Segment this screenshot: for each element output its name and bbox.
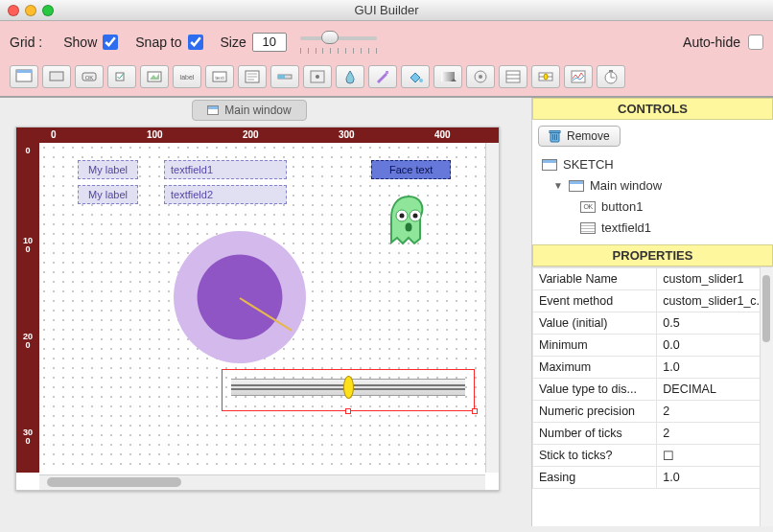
svg-text:OK: OK bbox=[85, 75, 94, 81]
textfield-icon bbox=[580, 222, 596, 234]
tool-palette: OK label text bbox=[10, 65, 763, 88]
ruler-tick: 100 bbox=[22, 237, 34, 254]
property-key: Event method bbox=[533, 290, 657, 312]
property-row[interactable]: Variable Namecustom_slider1 bbox=[533, 268, 773, 290]
tool-button-icon[interactable]: OK bbox=[75, 65, 104, 88]
grid-size-input[interactable]: 10 bbox=[252, 33, 287, 52]
properties-scrollbar[interactable] bbox=[760, 267, 773, 526]
canvas-label2[interactable]: My label bbox=[78, 185, 138, 204]
svg-point-39 bbox=[413, 214, 418, 219]
tool-fill-icon[interactable] bbox=[401, 65, 430, 88]
tool-gradient-icon[interactable] bbox=[433, 65, 462, 88]
controls-panel-title: CONTROLS bbox=[532, 98, 773, 120]
property-key: Value (initial) bbox=[533, 312, 657, 335]
grid-size-slider[interactable] bbox=[300, 27, 377, 58]
autohide-option: Auto-hide bbox=[683, 35, 763, 50]
ruler-vertical: 0 100 200 300 bbox=[16, 143, 39, 473]
ruler-horizontal: 0 100 200 300 400 bbox=[39, 127, 499, 143]
svg-rect-19 bbox=[386, 71, 388, 74]
grid-show-option: Show bbox=[63, 35, 118, 50]
tool-label-icon[interactable]: label bbox=[173, 65, 201, 88]
ruler-corner bbox=[16, 127, 39, 143]
properties-panel-title: PROPERTIES bbox=[532, 244, 773, 266]
remove-button-label: Remove bbox=[567, 129, 610, 143]
autohide-checkbox[interactable] bbox=[748, 35, 763, 50]
tool-textarea-icon[interactable] bbox=[238, 65, 267, 88]
window-title: GUI Builder bbox=[0, 3, 773, 17]
slider-thumb-icon[interactable] bbox=[321, 31, 339, 44]
property-value[interactable]: 1.0 bbox=[657, 357, 773, 379]
tool-slider2d-icon[interactable] bbox=[303, 65, 332, 88]
canvas-scrollbar-horizontal[interactable] bbox=[39, 474, 485, 490]
canvas-custom-slider[interactable] bbox=[231, 379, 465, 413]
property-value[interactable]: ☐ bbox=[657, 445, 773, 467]
tool-knob-icon[interactable] bbox=[466, 65, 495, 88]
canvas-sprite-ghost[interactable] bbox=[386, 195, 431, 248]
property-row[interactable]: Maximum1.0 bbox=[533, 357, 773, 379]
grid-options-row: Grid : Show Snap to Size 10 Auto-hide bbox=[10, 27, 763, 58]
canvas-button1[interactable]: Face text bbox=[371, 160, 451, 179]
canvas-knob[interactable] bbox=[174, 231, 306, 363]
property-row[interactable]: Stick to ticks?☐ bbox=[533, 445, 773, 467]
tool-checkbox-icon[interactable] bbox=[107, 65, 136, 88]
canvas-textfield2[interactable]: textfield2 bbox=[164, 185, 287, 204]
tree-item-sketch[interactable]: SKETCH bbox=[538, 154, 767, 175]
svg-point-24 bbox=[479, 75, 482, 79]
grid-snap-checkbox[interactable] bbox=[188, 35, 203, 50]
properties-panel: Variable Namecustom_slider1Event methodc… bbox=[532, 266, 773, 526]
tool-timer-icon[interactable] bbox=[597, 65, 625, 88]
design-canvas-frame: 0 100 200 300 400 0 100 200 300 My label… bbox=[15, 127, 500, 491]
property-row[interactable]: Easing1.0 bbox=[533, 467, 773, 489]
property-value[interactable]: custom_slider1_c... bbox=[657, 290, 773, 312]
tool-customslider-icon[interactable] bbox=[531, 65, 560, 88]
property-row[interactable]: Numeric precision2 bbox=[533, 401, 773, 423]
canvas-scrollbar-vertical[interactable] bbox=[485, 143, 499, 473]
tree-item-mainwindow[interactable]: ▼ Main window bbox=[538, 175, 767, 197]
grid-size-option: Size 10 bbox=[221, 33, 287, 52]
svg-rect-16 bbox=[278, 75, 285, 79]
tree-item-button1[interactable]: OK button1 bbox=[538, 197, 767, 218]
resize-handle-icon[interactable] bbox=[472, 408, 478, 414]
tool-imgbutton-icon[interactable] bbox=[140, 65, 169, 88]
design-canvas[interactable]: My label My label textfield1 textfield2 … bbox=[39, 143, 485, 473]
property-value[interactable]: 2 bbox=[657, 401, 773, 423]
tool-text-icon[interactable]: text bbox=[205, 65, 234, 88]
grid-show-checkbox[interactable] bbox=[103, 35, 118, 50]
remove-button[interactable]: Remove bbox=[538, 126, 621, 147]
tool-drop-icon[interactable] bbox=[336, 65, 364, 88]
property-row[interactable]: Minimum0.0 bbox=[533, 335, 773, 357]
property-value[interactable]: DECIMAL bbox=[657, 379, 773, 401]
tool-slider-icon[interactable] bbox=[270, 65, 299, 88]
property-key: Value type to dis... bbox=[533, 379, 657, 401]
property-key: Maximum bbox=[533, 357, 657, 379]
svg-point-30 bbox=[544, 74, 548, 80]
property-row[interactable]: Value type to dis...DECIMAL bbox=[533, 379, 773, 401]
property-key: Number of ticks bbox=[533, 423, 657, 445]
tool-sketch-icon[interactable] bbox=[564, 65, 593, 88]
property-row[interactable]: Event methodcustom_slider1_c... bbox=[533, 290, 773, 312]
tree-item-textfield1[interactable]: textfield1 bbox=[538, 218, 767, 239]
disclosure-triangle-icon[interactable]: ▼ bbox=[553, 175, 563, 197]
grid-snap-option: Snap to bbox=[135, 35, 202, 50]
svg-point-18 bbox=[316, 75, 319, 79]
controls-tree: SKETCH ▼ Main window OK button1 textfiel… bbox=[532, 152, 773, 244]
slider-thumb-icon[interactable] bbox=[343, 376, 354, 399]
property-row[interactable]: Number of ticks2 bbox=[533, 423, 773, 445]
property-value[interactable]: 1.0 bbox=[657, 467, 773, 489]
property-key: Minimum bbox=[533, 335, 657, 357]
canvas-label1[interactable]: My label bbox=[78, 160, 138, 179]
property-value[interactable]: 2 bbox=[657, 423, 773, 445]
property-value[interactable]: 0.0 bbox=[657, 335, 773, 357]
property-row[interactable]: Value (initial)0.5 bbox=[533, 312, 773, 335]
property-value[interactable]: custom_slider1 bbox=[657, 268, 773, 290]
tool-panel-icon[interactable] bbox=[42, 65, 71, 88]
main-window-tab[interactable]: Main window bbox=[192, 100, 307, 121]
sketch-icon bbox=[542, 159, 557, 171]
grid-label: Grid : bbox=[10, 35, 42, 50]
tool-option-icon[interactable] bbox=[499, 65, 527, 88]
tool-window-icon[interactable] bbox=[10, 65, 38, 88]
svg-rect-25 bbox=[506, 71, 520, 82]
tool-accent-icon[interactable] bbox=[368, 65, 397, 88]
canvas-textfield1[interactable]: textfield1 bbox=[164, 160, 287, 179]
property-value[interactable]: 0.5 bbox=[657, 312, 773, 335]
